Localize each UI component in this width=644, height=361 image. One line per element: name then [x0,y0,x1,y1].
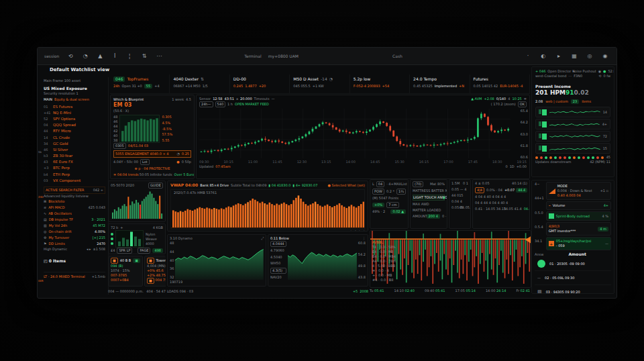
order-menu-item[interactable]: 01 · 20305 -09 09:00 [535,257,611,271]
sidebar-filter-row[interactable]: ≋API MACD425 0.043 [44,205,105,211]
text-part: Implemented [435,84,457,89]
text-part: 23 [571,99,579,104]
text-part: 7 cm [386,202,398,208]
ticker-cell[interactable]: M50 D Asset-14◔045 055.5+1 KW [290,74,350,93]
order-highlight-row[interactable]: 5055 ENGAGEMENT 4040.0 × 4◔0.25 [113,150,191,158]
ticker-cell[interactable]: 24.0 Tempo0.45 45325Implemented+N [410,74,470,93]
sidebar-item[interactable]: 46SI Silver [44,146,105,152]
divider-icon[interactable]: ¦ [125,52,134,61]
mini-card[interactable]: +05+/reg/days/har/psi- 059— [546,237,611,250]
area-left-yaxis: 4844403632 [170,241,174,280]
order-controls-row[interactable]: 4.04Y – 50c 00Lot●0 50p [113,159,191,165]
ticker-cell[interactable]: 5.2p lowF-052-4 200893+54 [350,74,410,93]
micro-row[interactable]: MAX AWD [413,202,445,207]
grid-icon[interactable]: ▦ [570,52,579,61]
micro-row[interactable]: MATTER LOADED [413,208,445,213]
sidebar-bottom-row[interactable]: LT · 24.0 MIXED Terminal+1.5mb [44,272,105,279]
micro-row[interactable]: 44 015 [451,193,468,198]
gauge-footer[interactable]: £4SPR LPPAGE498 [111,248,163,254]
user-icon[interactable]: ◉ [600,52,610,61]
stat-card[interactable]: ■40 B B▣094 (B)1074 · 15%007-37850007+0B… [108,256,143,287]
sidebar-item[interactable]: +41NQ E-Mini [44,109,105,115]
text-part: 0.02 [574,89,589,96]
sidebar-filter-row[interactable]: ◎On-chain drift4.00% [44,229,105,235]
mini-card[interactable]: MODE0.004 · Down & Next0.40 4.003 04+1 ▫ [546,182,611,200]
sidebar-filter-row[interactable]: ⊞Blockfolio [44,199,105,205]
ticker-cell[interactable]: DD-000.2451.4877+20 [230,74,290,93]
italic-icon[interactable]: I [110,52,119,61]
stat-card[interactable]: ■Tower 4B44,004 (MN)+0% 45.6+2% 48.75■00… [144,256,166,287]
ticker-cell[interactable]: 046TopFrames24hOpen 31 +055+4 [110,74,170,93]
sidebar-filter-row[interactable]: ▥My Vol 24h45 M72 [44,223,105,229]
candlestick-chart[interactable] [199,109,527,160]
micro-row[interactable]: 04 4 44 4 04 4 40 4 [475,201,527,205]
sidebar-item[interactable]: 01ES Futures [44,103,105,109]
asset-row[interactable]: 72 [535,131,610,142]
orbit-icon[interactable]: ◎ [585,52,594,61]
sidebar-item[interactable]: 34GC Gold [44,140,105,146]
send-icon[interactable]: ▸ [554,52,564,61]
mini-card[interactable]: ⌁Volume4+ [546,201,611,210]
mini-card[interactable]: Sprint-Body outroad4 % [546,211,611,221]
sidebar-item[interactable]: b3ZB 30-Year [44,153,105,159]
undo-icon[interactable]: ⟲ [66,52,75,61]
micro-row[interactable]: 0.04 4 [451,199,468,204]
area-right-header[interactable]: 0.11 Below⋮ [270,236,366,241]
micro-row[interactable]: 4 04 4 40 4 04 4 4 [475,195,527,199]
area-left-body: 4844403632 [170,241,264,280]
micro-row[interactable]: 0.05 — 4 [451,187,468,192]
candlestick-plot[interactable]: 65.464.263.061.860.6 [199,109,527,160]
more-icon[interactable]: ⋯ [154,52,164,61]
sidebar-item[interactable]: 44RTY Micro [44,128,105,134]
ratio-icon[interactable]: ⇅ [140,52,149,61]
terminal-button[interactable]: Terminal [244,54,261,59]
sidebar-filter-row[interactable]: ∿AB Oscillators [44,211,105,217]
asset-row[interactable]: 15 [535,143,610,154]
right-panel-searchbar[interactable]: west-Coastal bond···F3N0⟲0 fw [535,74,610,79]
asset-row[interactable]: 14 [535,107,610,117]
item-prefix: 46 [44,148,50,152]
histogram-header[interactable]: 05-5070 2020GUIDE [111,183,163,189]
asset-row[interactable]: 4+ [535,119,610,130]
sidebar-filter-header[interactable]: ACTIVE SEARCH FILTER042 ÷ [44,187,105,194]
sidebar-item[interactable]: 03VX Component [44,177,105,183]
right-panel-topbar[interactable]: + 046Open Director +Noise Pushout◉●52:8 [535,69,610,74]
micro-row[interactable]: 4|40.0% · 04+0.0744.4 [475,187,527,193]
ticker-cell[interactable]: Futures0.05 14015 42EUR-14045 -4 [470,74,530,93]
up-triangle-icon[interactable]: ▲ [95,52,105,61]
gauge-label: 4000 [146,242,157,246]
micro-row[interactable]: +0%7 cm [372,202,406,208]
area-left-header[interactable]: 3.10 Dynamo⤢ [170,236,264,241]
account-button[interactable]: my+0800 UAM [268,54,299,59]
sidebar-main-row[interactable]: MAINEquity & dual screen [44,97,105,102]
micro-row[interactable]: MATTRESS BATTER MATTE [413,189,445,193]
micro-row[interactable]: POW0.2 *1¾M [372,189,406,195]
order-menu-item[interactable]: ▤03 · 94305 09 90:20 [535,285,611,294]
main-row-label: Equity & dual screen [54,97,89,102]
asset-value: 72 [603,134,607,139]
menu-item-text: 03 · 94305 09 90:20 [546,290,580,295]
globe-icon[interactable]: ◐ [539,52,548,61]
micro-row[interactable]: LIGHT TOUCH ANNOUNCER▮ [413,195,445,201]
compass-icon[interactable]: ◔ [80,52,90,61]
sidebar-item[interactable]: 52SPY Options [44,115,105,121]
sidebar-item[interactable]: 436E Euro FX [44,159,105,165]
order-menu-item[interactable]: —02 · 05-09L 09:30 [535,271,611,285]
sidebar-item[interactable]: 04QQQ Spread [44,122,105,128]
sidebar-filter-row[interactable]: ⚑DD Limits2470 [44,241,105,247]
sidebar-filter-row[interactable]: ⚙My Turnover[+] 215 [44,235,105,241]
order-action-button[interactable]: ⊕ p · 04 PROTECTIVE [113,166,191,171]
sidebar-item[interactable]: b4ETH Perp [44,171,105,177]
sidebar-item[interactable]: 14CL Crude [44,134,105,140]
dot-icon[interactable]: · [523,52,533,61]
sidebar-item[interactable]: +3BTC Perp [44,165,105,171]
cash-button[interactable]: Cash [392,54,402,59]
micro-row[interactable]: (M) 5047 Points [372,196,406,201]
sidebar-filter-row[interactable]: ▤DB Impulse TF3 · 2021 [44,217,105,223]
item-label: BTC Perp [53,166,70,170]
item-label: QQQ Spread [53,123,76,127]
mini-card[interactable]: 4|90|3GMT investor***4 m [546,222,611,236]
volume-bars-chart [171,190,364,229]
ticker-cell[interactable]: 4040 Dexter⇅06867 +14 M501/5 [170,74,229,93]
order-entry-row[interactable]: 030504/51.04 03 [113,143,191,149]
